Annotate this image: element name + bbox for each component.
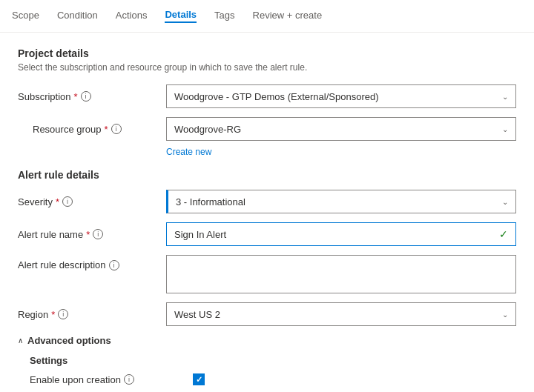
severity-row: Severity * i 3 - Informational ⌄ (18, 190, 516, 213)
nav-item-details[interactable]: Details (165, 9, 197, 23)
resource-group-required-star: * (105, 124, 108, 135)
resource-group-label: Resource group * i (18, 124, 166, 135)
alert-rule-name-check-icon: ✓ (499, 228, 508, 240)
resource-group-inner: Resource group * i Woodgrove-RG ⌄ (18, 117, 516, 141)
severity-label: Severity * i (18, 196, 166, 207)
nav-item-tags[interactable]: Tags (214, 10, 234, 22)
severity-label-text: Severity (18, 196, 53, 207)
project-details-description: Select the subscription and resource gro… (18, 62, 516, 73)
resource-group-dropdown-value: Woodgrove-RG (174, 124, 241, 135)
alert-rule-details-title: Alert rule details (18, 169, 516, 181)
alert-rule-description-control (166, 255, 516, 293)
project-details-title: Project details (18, 47, 516, 59)
create-new-link[interactable]: Create new (166, 147, 516, 157)
subscription-required-star: * (74, 91, 78, 102)
resource-group-dropdown[interactable]: Woodgrove-RG ⌄ (166, 117, 516, 141)
main-content: Project details Select the subscription … (0, 33, 534, 392)
resource-group-label-text: Resource group (33, 124, 102, 135)
alert-rule-description-label: Alert rule description i (18, 255, 166, 270)
severity-required-star: * (56, 196, 59, 207)
subscription-info-icon[interactable]: i (81, 91, 91, 102)
create-new-container: Create new (18, 144, 516, 157)
region-control: West US 2 ⌄ (166, 302, 516, 326)
alert-rule-description-info-icon[interactable]: i (109, 260, 119, 270)
alert-rule-name-row: Alert rule name * i ✓ (18, 222, 516, 246)
resource-group-chevron-icon: ⌄ (502, 125, 508, 133)
nav-item-review-create[interactable]: Review + create (253, 10, 323, 22)
nav-item-scope[interactable]: Scope (12, 10, 39, 22)
subscription-dropdown-value: Woodgrove - GTP Demos (External/Sponsore… (174, 91, 379, 102)
advanced-options-header[interactable]: ∧ Advanced options (18, 335, 516, 346)
region-info-icon[interactable]: i (58, 309, 68, 319)
severity-dropdown[interactable]: 3 - Informational ⌄ (166, 190, 516, 213)
enable-upon-creation-row: Enable upon creation i (30, 373, 516, 385)
region-required-star: * (51, 309, 55, 320)
subscription-row: Subscription * i Woodgrove - GTP Demos (… (18, 84, 516, 108)
alert-rule-name-required-star: * (86, 229, 90, 240)
region-dropdown-value: West US 2 (174, 309, 220, 320)
alert-rule-description-textarea[interactable] (166, 255, 516, 293)
alert-rule-name-control: ✓ (166, 222, 516, 246)
severity-info-icon[interactable]: i (62, 196, 73, 207)
alert-rule-name-input[interactable] (174, 229, 496, 240)
enable-upon-creation-info-icon[interactable]: i (124, 374, 134, 385)
nav-item-actions[interactable]: Actions (116, 10, 148, 22)
resource-group-row: Resource group * i Woodgrove-RG ⌄ Create… (18, 117, 516, 157)
subscription-label-text: Subscription (18, 91, 71, 102)
alert-rule-name-label: Alert rule name * i (18, 229, 166, 240)
region-row: Region * i West US 2 ⌄ (18, 302, 516, 326)
subscription-label: Subscription * i (18, 91, 166, 102)
settings-section: Settings Enable upon creation i Automati… (18, 355, 516, 392)
enable-upon-creation-text: Enable upon creation (30, 374, 121, 385)
settings-label: Settings (30, 355, 516, 366)
subscription-dropdown[interactable]: Woodgrove - GTP Demos (External/Sponsore… (166, 84, 516, 108)
alert-rule-name-info-icon[interactable]: i (93, 229, 103, 239)
region-chevron-icon: ⌄ (502, 310, 508, 319)
resource-group-control: Woodgrove-RG ⌄ (166, 117, 516, 141)
severity-dropdown-value: 3 - Informational (176, 196, 245, 207)
advanced-chevron-up-icon: ∧ (18, 336, 23, 345)
resource-group-info-icon[interactable]: i (111, 124, 122, 134)
enable-upon-creation-checkbox[interactable] (193, 373, 205, 385)
advanced-options-label: Advanced options (27, 335, 111, 346)
alert-rule-description-label-text: Alert rule description (18, 259, 106, 270)
enable-upon-creation-label: Enable upon creation i (30, 374, 193, 385)
severity-chevron-icon: ⌄ (502, 198, 508, 206)
alert-rule-name-label-text: Alert rule name (18, 229, 83, 240)
subscription-control: Woodgrove - GTP Demos (External/Sponsore… (166, 84, 516, 108)
top-navigation: Scope Condition Actions Details Tags Rev… (0, 0, 534, 33)
severity-control: 3 - Informational ⌄ (166, 190, 516, 213)
alert-rule-description-row: Alert rule description i (18, 255, 516, 293)
nav-item-condition[interactable]: Condition (57, 10, 98, 22)
region-dropdown[interactable]: West US 2 ⌄ (166, 302, 516, 326)
region-label: Region * i (18, 309, 166, 320)
subscription-chevron-icon: ⌄ (502, 93, 508, 101)
alert-rule-name-input-container: ✓ (166, 222, 516, 246)
region-label-text: Region (18, 309, 48, 320)
